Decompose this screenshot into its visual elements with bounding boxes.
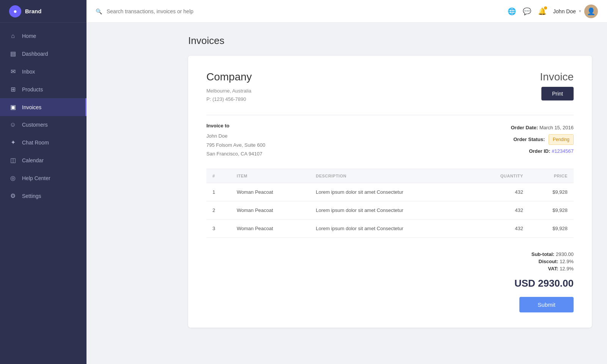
user-info[interactable]: John Doe ▾ 👤 [553,5,598,18]
cell-price: $9,928 [529,201,574,220]
vat-label: VAT: [548,266,558,271]
order-id-row: Order ID: #1234567 [511,146,574,156]
sidebar-label-invoices: Invoices [22,104,41,110]
order-status-label: Order Status: [513,136,545,142]
invoice-table: # ITEM DESCRIPTION QUANTITY PRICE 1 Woma… [206,169,574,238]
billing-info: John Doe 795 Folsom Ave, Suite 600 San F… [206,132,265,158]
search-input[interactable] [107,8,503,14]
billing-address1: 795 Folsom Ave, Suite 600 [206,141,265,149]
cell-item: Woman Peacoat [231,220,310,238]
sidebar-item-dashboard[interactable]: ▤Dashboard [0,45,86,63]
cell-item: Woman Peacoat [231,183,310,201]
order-date-value: March 15, 2016 [539,125,574,130]
sidebar-item-home[interactable]: ⌂Home [0,27,86,45]
billing-right: Order Date: March 15, 2016 Order Status:… [511,123,574,158]
cell-price: $9,928 [529,183,574,201]
col-price: PRICE [529,169,574,183]
table-row: 3 Woman Peacoat Lorem ipsum dolor sit am… [206,220,574,238]
sidebar-item-products[interactable]: ⊞Products [0,80,86,98]
chevron-down-icon: ▾ [579,9,581,14]
chat-icon[interactable]: 💬 [523,7,531,16]
inbox-icon: ✉ [9,68,17,75]
status-badge: Pending [549,134,574,145]
sidebar-label-chatroom: Chat Room [22,140,49,146]
divider [206,115,574,115]
table-header: # ITEM DESCRIPTION QUANTITY PRICE [206,169,574,183]
vat-value: 12.9% [560,266,574,271]
table-row: 2 Woman Peacoat Lorem ipsum dolor sit am… [206,201,574,220]
submit-button[interactable]: Submit [519,297,574,312]
globe-icon[interactable]: 🌐 [508,7,516,16]
totals-section: Sub-total: 2930.00 Discout: 12.9% VAT: 1… [206,247,574,312]
sidebar-item-invoices[interactable]: ▣Invoices [0,98,86,116]
helpcenter-icon: ◎ [9,174,17,182]
user-name: John Doe [553,8,576,14]
table-row: 1 Woman Peacoat Lorem ipsum dolor sit am… [206,183,574,201]
home-icon: ⌂ [9,33,17,39]
dashboard-icon: ▤ [9,50,17,57]
company-city: Melbourne, Australia [206,87,252,95]
subtotal-label: Sub-total: [532,251,555,257]
main-content: Invoices Company Melbourne, Australia P:… [173,23,607,364]
company-address: Melbourne, Australia P: (123) 456-7890 [206,87,252,104]
billing-name: John Doe [206,132,265,140]
col-desc: DESCRIPTION [310,169,472,183]
sidebar-item-inbox[interactable]: ✉Inbox [0,63,86,80]
col-item: ITEM [231,169,310,183]
billing-label: Invoice to [206,123,265,129]
cell-desc: Lorem ipsum dolor sit amet Consectetur [310,220,472,238]
search-icon: 🔍 [96,8,102,14]
cell-qty: 432 [472,220,529,238]
sidebar-label-inbox: Inbox [22,69,35,75]
sidebar-item-customers[interactable]: ☺Customers [0,116,86,133]
sidebar-label-home: Home [22,33,36,39]
topbar-right: 🌐 💬 🔔 John Doe ▾ 👤 [508,5,598,18]
cell-num: 3 [206,220,231,238]
invoices-icon: ▣ [9,104,17,111]
customers-icon: ☺ [9,121,17,128]
logo-icon: ● [9,5,21,17]
notification-dot [544,6,547,9]
cell-qty: 432 [472,201,529,220]
cell-price: $9,928 [529,220,574,238]
sidebar-item-helpcenter[interactable]: ◎Help Center [0,169,86,187]
subtotal-row: Sub-total: 2930.00 [206,251,574,257]
page-title: Invoices [188,35,592,47]
col-num: # [206,169,231,183]
cell-qty: 432 [472,183,529,201]
col-qty: QUANTITY [472,169,529,183]
discount-row: Discout: 12.9% [206,259,574,264]
total-amount: USD 2930.00 [206,278,574,289]
invoice-card: Company Melbourne, Australia P: (123) 45… [188,56,592,328]
cell-item: Woman Peacoat [231,201,310,220]
order-status-row: Order Status: Pending [511,134,574,145]
sidebar-item-calendar[interactable]: ◫Calendar [0,151,86,169]
sidebar-label-customers: Customers [22,122,48,128]
subtotal-value: 2930.00 [556,251,574,257]
discount-value: 12.9% [560,259,574,264]
logo-text: Brand [25,8,41,14]
vat-row: VAT: 12.9% [206,266,574,271]
sidebar-item-settings[interactable]: ⚙Settings [0,187,86,205]
order-id-value: #1234567 [552,148,574,154]
sidebar-label-calendar: Calendar [22,157,44,163]
table-body: 1 Woman Peacoat Lorem ipsum dolor sit am… [206,183,574,238]
billing-section: Invoice to John Doe 795 Folsom Ave, Suit… [206,123,574,158]
cell-num: 2 [206,201,231,220]
company-info: Company Melbourne, Australia P: (123) 45… [206,71,252,104]
order-id-label: Order ID: [529,148,550,154]
invoice-header: Company Melbourne, Australia P: (123) 45… [206,71,574,104]
discount-label: Discout: [539,259,558,264]
cell-num: 1 [206,183,231,201]
company-name: Company [206,71,252,83]
sidebar: ● Brand ⌂Home▤Dashboard✉Inbox⊞Products▣I… [0,0,86,364]
cell-desc: Lorem ipsum dolor sit amet Consectetur [310,201,472,220]
topbar: 🔍 🌐 💬 🔔 John Doe ▾ 👤 [86,0,607,23]
order-date-label: Order Date: [511,125,538,130]
notification-icon[interactable]: 🔔 [538,7,546,16]
sidebar-item-chatroom[interactable]: ✦Chat Room [0,133,86,151]
sidebar-nav: ⌂Home▤Dashboard✉Inbox⊞Products▣Invoices☺… [0,23,86,364]
print-button[interactable]: Print [541,87,574,100]
calendar-icon: ◫ [9,157,17,164]
company-phone: P: (123) 456-7890 [206,95,252,104]
